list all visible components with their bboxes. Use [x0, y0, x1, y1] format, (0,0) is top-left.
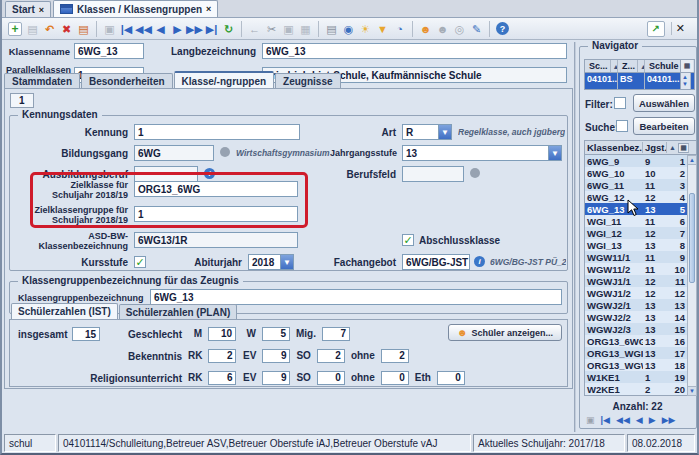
zielklasse-field[interactable]: ORG13_6WG: [134, 181, 298, 197]
close-icon[interactable]: ×: [39, 5, 44, 15]
info-icon[interactable]: [204, 168, 215, 179]
edit-list-icon[interactable]: ▤: [75, 21, 92, 37]
kennung-field[interactable]: 1: [134, 124, 300, 140]
class-row[interactable]: WGI_13138: [585, 239, 687, 251]
class-row[interactable]: ORG13_WGW1318: [585, 359, 687, 371]
tab-klassen-klassengruppen[interactable]: Klassen / Klassengruppen ×: [53, 0, 218, 17]
next-record-icon[interactable]: ▶: [169, 21, 186, 37]
art-dropdown[interactable]: R ▼: [402, 124, 452, 140]
suche-box[interactable]: [616, 120, 628, 132]
stat-field[interactable]: 2: [317, 349, 345, 363]
filter-checkbox[interactable]: [614, 97, 626, 109]
scrollbar-thumb[interactable]: [689, 193, 695, 283]
column-config-icon[interactable]: ▦: [678, 143, 689, 153]
refresh-icon[interactable]: ↻: [220, 21, 237, 37]
first-record-icon[interactable]: |◀: [599, 413, 612, 427]
class-row[interactable]: WGWJ2/11313: [585, 299, 687, 311]
tip-icon[interactable]: ☀: [357, 21, 374, 37]
class-table-scrollbar[interactable]: ▲ ▼: [687, 155, 697, 396]
fachangebot-field[interactable]: 6WG/BG-JST P: [402, 254, 470, 270]
stat-field[interactable]: 2: [208, 349, 236, 363]
chevron-down-icon[interactable]: ▼: [438, 125, 451, 139]
last-record-icon[interactable]: ▶|: [203, 21, 220, 37]
class-row[interactable]: WGWJ2/31315: [585, 323, 687, 335]
class-row[interactable]: WGW11/21110: [585, 263, 687, 275]
abschlussklasse-checkbox[interactable]: [402, 234, 414, 246]
chevron-down-icon[interactable]: ▼: [548, 146, 561, 160]
class-row[interactable]: WGWJ1/11211: [585, 275, 687, 287]
detach-window-icon[interactable]: ↗: [647, 21, 665, 37]
berufsfeld-field[interactable]: [402, 166, 464, 182]
class-row[interactable]: W1KE1119: [585, 371, 687, 383]
stat-field[interactable]: 9: [262, 349, 290, 363]
class-row[interactable]: 6WG_991: [585, 155, 687, 167]
cut-icon[interactable]: ✂: [263, 21, 280, 37]
subtab-1[interactable]: 1: [10, 93, 34, 108]
column-config-icon[interactable]: ▦: [680, 60, 693, 72]
first-record-icon[interactable]: |◀: [118, 21, 135, 37]
class-row[interactable]: WGI_11116: [585, 215, 687, 227]
tab-start[interactable]: Start ×: [5, 1, 51, 17]
bildungsgang-field[interactable]: 6WG: [134, 145, 214, 161]
class-row[interactable]: 6WG_10102: [585, 167, 687, 179]
jgst-col-header[interactable]: Jgst.: [643, 142, 667, 153]
stat-field[interactable]: 2: [381, 349, 409, 363]
help-icon[interactable]: ?: [496, 22, 509, 35]
delete-record-icon[interactable]: ✖: [58, 21, 75, 37]
class-row[interactable]: WGWJ2/21314: [585, 311, 687, 323]
view-icon[interactable]: ◉: [340, 21, 357, 37]
filter-icon[interactable]: ▼: [374, 21, 391, 37]
print-icon[interactable]: ▤: [323, 21, 340, 37]
tab-zeugnisse[interactable]: Zeugnisse: [275, 73, 340, 89]
sort-col-header[interactable]: ▲: [667, 144, 678, 151]
jahrgangsstufe-dropdown[interactable]: 13 ▼: [402, 145, 562, 161]
abiturjahr-dropdown[interactable]: 2018 ▼: [248, 254, 294, 270]
kursstufe-checkbox[interactable]: [134, 256, 146, 268]
info-icon[interactable]: [474, 256, 485, 267]
stat-field[interactable]: 0: [437, 371, 465, 385]
next-page-icon[interactable]: ▶▶: [660, 413, 678, 427]
tab-schuelerzahlen-plan[interactable]: Schülerzahlen (PLAN): [119, 304, 237, 319]
langbezeichnung-field[interactable]: 6WG_13: [262, 43, 567, 59]
class-row[interactable]: ORG13_WGI1317: [585, 347, 687, 359]
schueler-anzeigen-button[interactable]: ☻ Schüler anzeigen...: [448, 324, 562, 341]
stat-field[interactable]: 0: [317, 371, 345, 385]
klassenname-field[interactable]: 6WG_13: [74, 43, 144, 59]
spinner-icons[interactable]: ▲▼: [680, 73, 691, 89]
klassenbez-col-header[interactable]: Klassenbez.: [585, 142, 643, 153]
previous-record-icon[interactable]: ◀: [634, 413, 645, 427]
auswaehlen-button[interactable]: Auswählen: [633, 94, 695, 112]
tab-klasse-ngruppen[interactable]: Klasse/-ngruppen: [174, 71, 274, 89]
tab-besonderheiten[interactable]: Besonderheiten: [81, 73, 173, 89]
chevron-down-icon[interactable]: ▼: [280, 255, 293, 269]
scroll-down-icon[interactable]: ▼: [688, 386, 696, 395]
class-row[interactable]: ORG13_6WG1316: [585, 335, 687, 347]
undo-icon[interactable]: ↶: [41, 21, 58, 37]
stat-field[interactable]: 10: [208, 327, 236, 341]
class-row[interactable]: W2KE1220: [585, 383, 687, 395]
school-col-header[interactable]: Schule: [645, 60, 680, 72]
previous-record-icon[interactable]: ◀: [152, 21, 169, 37]
class-row[interactable]: 6WG_11113: [585, 179, 687, 191]
tab-stammdaten[interactable]: Stammdaten: [4, 73, 80, 89]
new-record-icon[interactable]: +: [8, 22, 22, 36]
tab-schuelerzahlen-ist[interactable]: Schülerzahlen (IST): [11, 303, 118, 319]
previous-page-icon[interactable]: ◀◀: [614, 413, 632, 427]
stat-field[interactable]: 5: [262, 327, 290, 341]
reminder-icon[interactable]: ◔: [391, 21, 408, 37]
ausbildungsberuf-field[interactable]: [134, 166, 198, 182]
stat-field[interactable]: 9: [262, 371, 290, 385]
previous-page-icon[interactable]: ◀◀: [135, 21, 152, 37]
class-row[interactable]: 6WG_12124: [585, 191, 687, 203]
school-col-header[interactable]: Z...▲2: [618, 60, 645, 72]
class-row[interactable]: 6WG_13135: [585, 203, 687, 215]
school-col-header[interactable]: Sc...▲1: [585, 60, 618, 72]
students-icon[interactable]: ☻: [417, 21, 434, 37]
school-row[interactable]: 04101... BS 04101... ▲▼: [585, 73, 694, 89]
insgesamt-field[interactable]: 15: [72, 327, 100, 341]
class-row[interactable]: WGI_12127: [585, 227, 687, 239]
asd-bw-field[interactable]: 6WG13/1R: [134, 232, 298, 248]
bearbeiten-button[interactable]: Bearbeiten: [633, 117, 695, 135]
close-view-icon[interactable]: ✕: [671, 22, 689, 35]
class-row[interactable]: WGWJ1/21212: [585, 287, 687, 299]
